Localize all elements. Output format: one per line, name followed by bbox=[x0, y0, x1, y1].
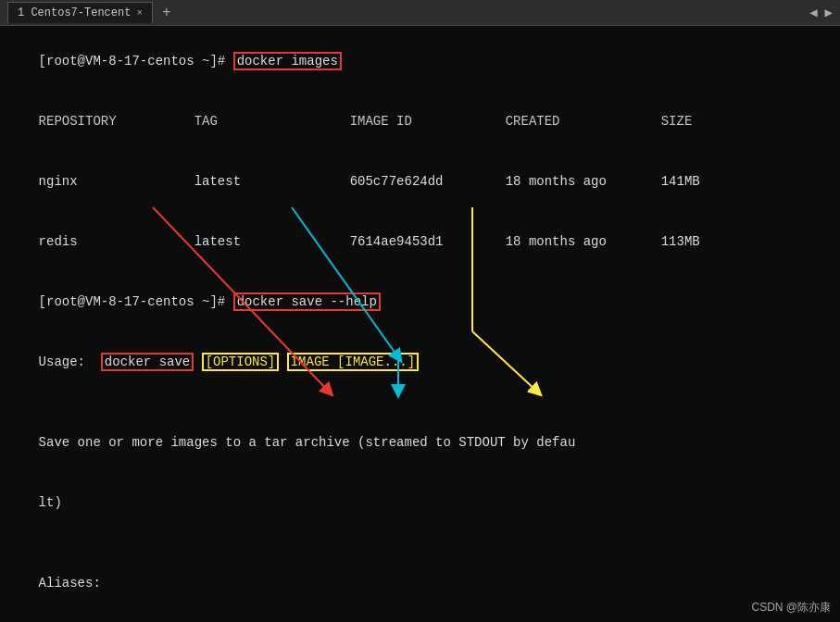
terminal-line-9: lt) bbox=[7, 473, 833, 533]
tab-label: 1 Centos7-Tencent bbox=[18, 6, 131, 19]
terminal-tab[interactable]: 1 Centos7-Tencent × bbox=[7, 2, 153, 23]
docker-save-help-cmd: docker save --help bbox=[233, 292, 381, 311]
terminal-area[interactable]: [root@VM-8-17-centos ~]# docker images R… bbox=[0, 26, 840, 622]
terminal-line-11: Aliases: bbox=[7, 554, 833, 614]
terminal-line-2: REPOSITORY TAG IMAGE ID CREATED SIZE bbox=[7, 92, 833, 152]
terminal-line-5: [root@VM-8-17-centos ~]# docker save --h… bbox=[7, 272, 833, 332]
image-placeholder: IMAGE [IMAGE...] bbox=[287, 353, 419, 371]
terminal-line-4: redis latest 7614ae9453d1 18 months ago … bbox=[7, 212, 833, 272]
terminal-line-10 bbox=[7, 533, 833, 554]
terminal-line-1: [root@VM-8-17-centos ~]# docker images bbox=[7, 31, 833, 92]
tab-group: 1 Centos7-Tencent × + bbox=[7, 2, 177, 23]
prompt-1: [root@VM-8-17-centos ~]# bbox=[39, 54, 233, 68]
docker-images-cmd: docker images bbox=[233, 52, 342, 70]
prompt-5: [root@VM-8-17-centos ~]# bbox=[39, 294, 233, 309]
terminal-line-12: docker image save, docker save bbox=[7, 614, 833, 622]
docker-save-usage-cmd: docker save bbox=[101, 353, 194, 371]
terminal-line-8: Save one or more images to a tar archive… bbox=[7, 413, 833, 473]
nav-right-button[interactable]: ▶ bbox=[825, 5, 833, 20]
nav-buttons: ◀ ▶ bbox=[809, 5, 833, 20]
terminal-line-7 bbox=[7, 392, 833, 413]
terminal-line-3: nginx latest 605c77e624dd 18 months ago … bbox=[7, 152, 833, 212]
terminal-line-6: Usage: docker save [OPTIONS] IMAGE [IMAG… bbox=[7, 332, 833, 392]
new-tab-button[interactable]: + bbox=[157, 3, 177, 23]
footer-credit: CSDN @陈亦康 bbox=[751, 599, 831, 616]
options-placeholder: [OPTIONS] bbox=[202, 353, 280, 371]
tab-close-button[interactable]: × bbox=[136, 7, 143, 19]
title-bar: 1 Centos7-Tencent × + ◀ ▶ bbox=[0, 0, 840, 26]
nav-left-button[interactable]: ◀ bbox=[809, 5, 817, 20]
